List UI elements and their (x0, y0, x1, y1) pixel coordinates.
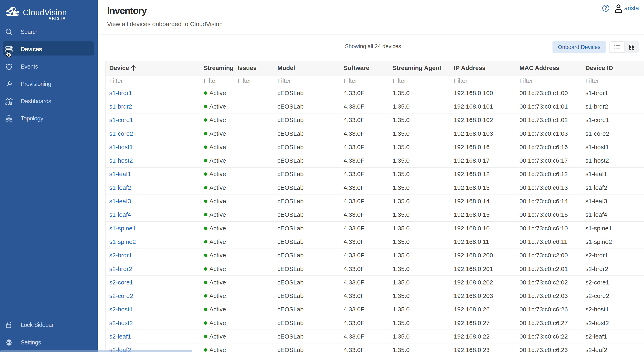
svg-text:?: ? (604, 5, 607, 11)
